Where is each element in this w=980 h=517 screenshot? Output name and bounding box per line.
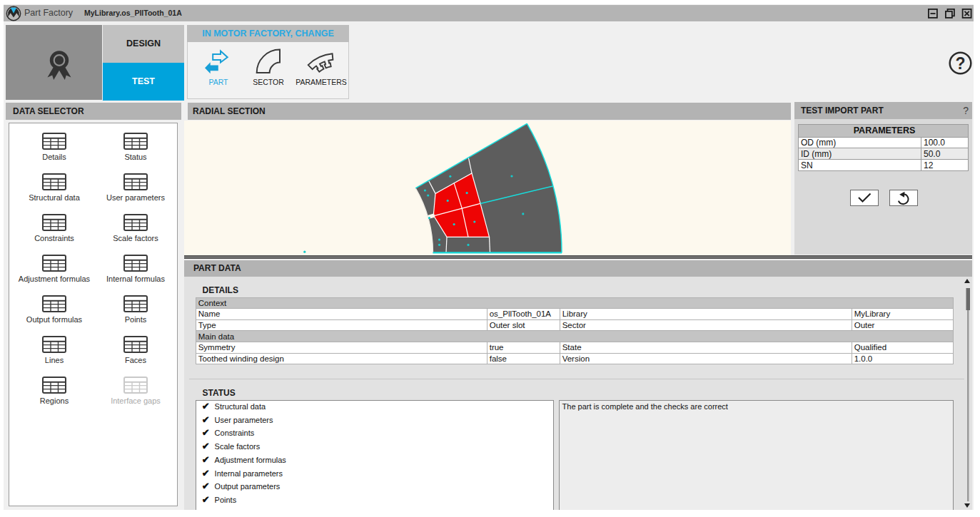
svg-text:?: ?	[955, 54, 965, 73]
